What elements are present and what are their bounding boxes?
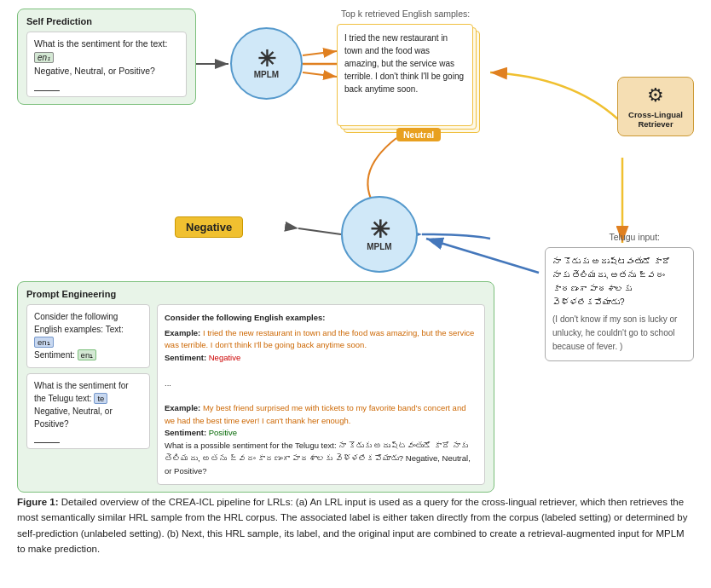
mplm-bottom-label: MPLM [367,242,391,251]
mplm-top-label: MPLM [254,70,279,79]
pe-ex1-text: I tried the new restaurant in town and t… [165,328,474,350]
retriever-box: ⚙ Cross-Lingual Retriever [617,77,694,136]
svg-line-6 [303,51,337,55]
sp-text2: Negative, Neutral, or Positive? [34,66,155,76]
pe-sent2-label: Sentiment: [165,428,206,437]
pe-card2-code: te [94,393,107,404]
pe-card1-code2: en₁ [78,349,97,360]
negative-badge: Negative [175,216,243,238]
pe-card1-code1: en₁ [34,337,54,348]
prompt-engineering-box: Prompt Engineering Consider the followin… [17,281,494,493]
pe-sent1-label: Sentiment: [165,353,206,362]
telugu-label: Telugu input: [609,232,660,242]
pe-right-card: Consider the following English examples:… [157,304,485,485]
pe-card-2: What is the sentiment for the Telugu tex… [26,373,150,449]
telugu-input-box: నా కొడుకు అదృష్టవంతుడో కాదో నాకు తెలియదు… [545,247,694,361]
retriever-title: Cross-Lingual Retriever [622,110,689,129]
svg-line-8 [303,72,337,77]
sp-text1: What is the sentiment for the text: [34,38,167,49]
diagram-container: Self Prediction What is the sentiment fo… [17,9,694,486]
pe-card2-text2: Negative, Neutral, or Positive? [34,406,113,429]
pe-right-title: Consider the following English examples: [165,312,477,325]
pe-ex1-label: Example: [165,328,200,337]
prompt-eng-inner: Consider the following English examples:… [26,304,485,485]
figure-caption: Figure 1: Detailed overview of the CREA-… [17,494,694,557]
pe-card2-text1: What is the sentiment for the Telugu tex… [34,381,129,403]
sp-blank [34,78,60,89]
telugu-paren: (I don't know if my son is lucky or unlu… [552,313,686,354]
pe-ellipsis: ... [165,378,171,388]
pe-question-intro: What is a possible sentiment for the Tel… [165,441,337,450]
self-prediction-title: Self Prediction [26,16,187,26]
retriever-icon: ⚙ [622,84,689,107]
prompt-eng-title: Prompt Engineering [26,289,485,299]
pe-card-1: Consider the following English examples:… [26,304,150,368]
sp-code-en1: en₁ [34,52,54,63]
pe-ex2-text: My best friend surprised me with tickets… [165,403,465,425]
mplm-bottom-icon: ✳ [370,218,390,242]
pe-card1-text1: Consider the following English examples:… [34,312,124,334]
mplm-top-icon: ✳ [257,48,276,70]
pe-ex2-label: Example: [165,403,200,412]
caption-text: Detailed overview of the CREA-ICL pipeli… [17,497,687,554]
pe-sent2-val: Positive [206,428,237,437]
pe-card2-blank [34,442,60,443]
figure-label: Figure 1: [17,497,59,507]
mplm-circle-top: ✳ MPLM [230,27,303,100]
pe-left-column: Consider the following English examples:… [26,304,150,485]
svg-line-10 [426,239,539,273]
card-front: I tried the new restaurant in town and t… [337,24,473,126]
telugu-text: నా కొడుకు అదృష్టవంతుడో కాదో నాకు తెలియదు… [552,255,686,309]
retrieved-card-text: I tried the new restaurant in town and t… [344,33,464,94]
svg-line-11 [298,228,341,234]
pe-sent1-val: Negative [206,353,240,362]
pe-card1-text2: Sentiment: [34,350,78,360]
self-prediction-card: What is the sentiment for the text: en₁ … [26,32,187,97]
self-prediction-box: Self Prediction What is the sentiment fo… [17,9,196,105]
topk-label: Top k retrieved English samples: [341,9,470,19]
neutral-badge: Neutral [396,128,441,141]
mplm-circle-bottom: ✳ MPLM [341,196,418,273]
